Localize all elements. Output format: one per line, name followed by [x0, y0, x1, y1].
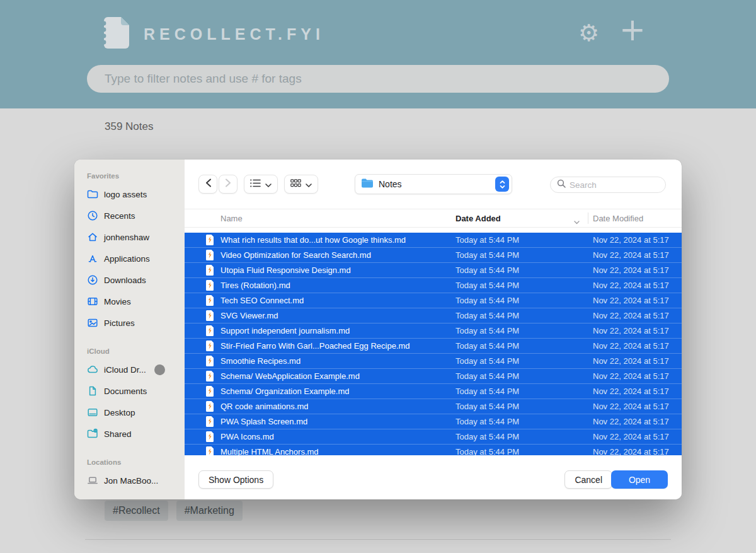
file-row[interactable]: PWA Icons.mdToday at 5:44 PMNov 22, 2024… — [185, 429, 682, 445]
file-date-added: Today at 5:44 PM — [455, 311, 519, 320]
dialog-search-field[interactable] — [550, 177, 666, 193]
forward-button[interactable] — [219, 175, 238, 194]
column-header-name[interactable]: Name — [220, 214, 243, 223]
file-date-modified: Nov 22, 2024 at 5:17 — [593, 447, 669, 455]
sidebar-item-downloads[interactable]: Downloads — [74, 269, 185, 291]
sidebar-section-locations: LocationsJon MacBoo...Macintosh HD — [74, 458, 185, 499]
markdown-file-icon — [205, 325, 214, 336]
file-name: Tires (Rotation).md — [220, 281, 290, 290]
file-date-added: Today at 5:44 PM — [455, 356, 519, 366]
markdown-file-icon — [205, 280, 214, 291]
grid-view-icon — [290, 178, 301, 190]
markdown-file-icon — [205, 416, 214, 427]
sidebar-item-shared[interactable]: Shared — [74, 423, 185, 445]
file-date-modified: Nov 22, 2024 at 5:17 — [593, 371, 669, 381]
file-name: SVG Viewer.md — [220, 311, 278, 320]
sidebar-item-recents[interactable]: Recents — [74, 205, 185, 226]
file-row[interactable]: Schema/ WebApplication Example.mdToday a… — [185, 369, 682, 384]
file-row[interactable]: SVG Viewer.mdToday at 5:44 PMNov 22, 202… — [185, 308, 682, 323]
file-row[interactable]: Tires (Rotation).mdToday at 5:44 PMNov 2… — [185, 278, 682, 293]
file-date-added: Today at 5:44 PM — [455, 341, 519, 351]
sort-chevron-icon[interactable] — [574, 217, 580, 226]
show-options-button[interactable]: Show Options — [198, 470, 273, 489]
file-date-modified: Nov 22, 2024 at 5:17 — [593, 387, 669, 396]
tag-chip-marketing[interactable]: #Marketing — [176, 501, 243, 521]
file-row[interactable]: Support independent journalism.mdToday a… — [185, 323, 682, 339]
file-row[interactable]: What rich results that do...ut how Googl… — [185, 233, 682, 248]
file-date-modified: Nov 22, 2024 at 5:17 — [593, 402, 669, 411]
file-row[interactable]: PWA Splash Screen.mdToday at 5:44 PMNov … — [185, 414, 682, 429]
sidebar-item-documents[interactable]: Documents — [74, 380, 185, 402]
document-icon — [87, 385, 98, 397]
folder-icon — [87, 189, 98, 200]
file-row[interactable]: Multiple HTML Anchors.mdToday at 5:44 PM… — [185, 445, 682, 455]
folder-stepper-icon[interactable] — [495, 177, 509, 192]
file-date-added: Today at 5:44 PM — [455, 296, 519, 305]
file-row[interactable]: Tech SEO Connect.mdToday at 5:44 PMNov 2… — [185, 293, 682, 308]
markdown-file-icon — [205, 446, 214, 455]
sidebar-item-label: Pictures — [104, 318, 135, 328]
file-date-modified: Nov 22, 2024 at 5:17 — [593, 311, 669, 320]
file-date-added: Today at 5:44 PM — [455, 235, 519, 245]
sidebar-item-jonhenshaw[interactable]: jonhenshaw — [74, 226, 185, 248]
add-note-plus-icon[interactable]: + — [619, 14, 646, 45]
file-date-added: Today at 5:44 PM — [455, 326, 519, 335]
sidebar-item-macintosh-hd[interactable]: Macintosh HD — [74, 491, 185, 499]
tags-row: #Recollect #Marketing — [105, 501, 243, 521]
sidebar-item-label: logo assets — [104, 190, 147, 199]
file-date-added: Today at 5:44 PM — [455, 371, 519, 381]
file-row[interactable]: Stir-Fried Farro With Garl...Poached Egg… — [185, 339, 682, 354]
photo-icon — [87, 317, 98, 329]
sidebar-item-pictures[interactable]: Pictures — [74, 312, 185, 334]
file-name: Multiple HTML Anchors.md — [220, 447, 319, 455]
sidebar-item-jon-macboo[interactable]: Jon MacBoo... — [74, 470, 185, 491]
chevron-down-icon — [306, 178, 312, 190]
markdown-file-icon — [205, 356, 214, 366]
column-header-row: Name Date Added Date Modified — [185, 209, 682, 228]
file-open-dialog: Favoriteslogo assetsRecentsjonhenshawApp… — [74, 160, 682, 499]
cancel-button[interactable]: Cancel — [564, 470, 612, 489]
tag-chip-recollect[interactable]: #Recollect — [105, 501, 168, 521]
file-date-modified: Nov 22, 2024 at 5:17 — [593, 265, 669, 275]
sidebar-item-logo-assets[interactable]: logo assets — [74, 183, 185, 205]
cloud-icon — [87, 364, 98, 375]
sidebar-item-label: Movies — [104, 297, 131, 306]
sidebar-item-label: Shared — [104, 429, 132, 439]
file-date-modified: Nov 22, 2024 at 5:17 — [593, 281, 669, 290]
file-name: Utopia Fluid Responsive Design.md — [220, 265, 351, 275]
file-date-added: Today at 5:44 PM — [455, 417, 519, 426]
file-row[interactable]: Schema/ Organization Example.mdToday at … — [185, 384, 682, 399]
sidebar-item-icloud-dr[interactable]: iCloud Dr... — [74, 359, 185, 380]
column-header-date-modified[interactable]: Date Modified — [593, 214, 643, 223]
sidebar-item-label: Jon MacBoo... — [104, 476, 158, 486]
notes-filter-input[interactable] — [105, 72, 651, 86]
current-folder-name: Notes — [379, 179, 402, 189]
sidebar-item-movies[interactable]: Movies — [74, 291, 185, 312]
file-row[interactable]: Video Optimization for Search Search.mdT… — [185, 248, 682, 263]
sidebar-item-desktop[interactable]: Desktop — [74, 402, 185, 423]
list-view-menu-button[interactable] — [244, 175, 278, 194]
list-view-icon — [250, 178, 261, 190]
file-date-added: Today at 5:44 PM — [455, 281, 519, 290]
file-date-modified: Nov 22, 2024 at 5:17 — [593, 326, 669, 335]
sidebar-item-applications[interactable]: Applications — [74, 248, 185, 269]
column-divider[interactable] — [588, 212, 588, 224]
file-row[interactable]: Smoothie Recipes.mdToday at 5:44 PMNov 2… — [185, 354, 682, 369]
current-folder-dropdown[interactable]: Notes — [355, 174, 512, 194]
file-name: QR code animations.md — [220, 402, 308, 411]
file-date-added: Today at 5:44 PM — [455, 447, 519, 455]
file-row[interactable]: Utopia Fluid Responsive Design.mdToday a… — [185, 263, 682, 278]
dialog-search-input[interactable] — [570, 180, 659, 190]
sync-progress-dot — [154, 364, 165, 375]
file-row[interactable]: QR code animations.mdToday at 5:44 PMNov… — [185, 399, 682, 414]
back-button[interactable] — [198, 175, 217, 194]
open-button[interactable]: Open — [611, 470, 668, 489]
sidebar-item-label: Documents — [104, 387, 147, 396]
notes-filter-field[interactable] — [87, 65, 669, 93]
dialog-footer: Show Options Cancel Open — [185, 455, 682, 499]
desktop-icon — [87, 407, 98, 418]
settings-gear-icon[interactable]: ⚙ — [578, 21, 599, 45]
column-header-date-added[interactable]: Date Added — [455, 214, 501, 223]
file-date-modified: Nov 22, 2024 at 5:17 — [593, 296, 669, 305]
group-view-menu-button[interactable] — [284, 175, 318, 194]
